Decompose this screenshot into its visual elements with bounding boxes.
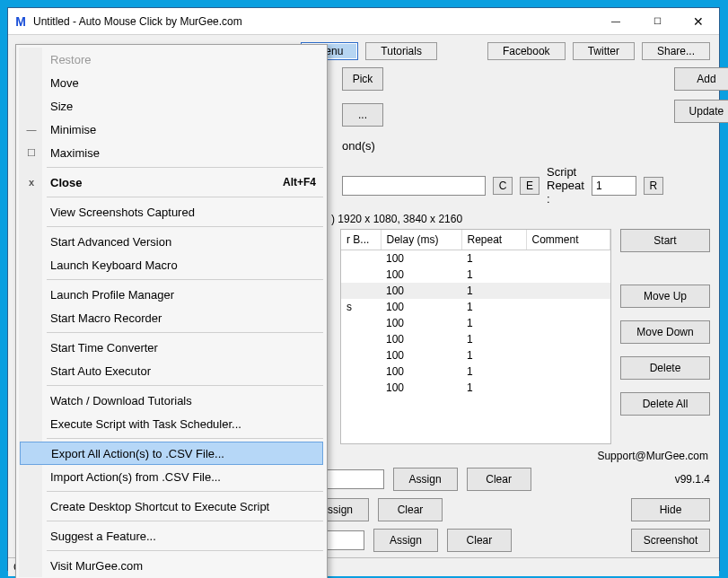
table-cell: 1 — [461, 363, 526, 380]
table-cell: 1 — [461, 283, 526, 299]
table-cell: 1 — [461, 299, 526, 315]
column-header[interactable]: Repeat — [461, 230, 526, 250]
table-cell — [341, 363, 381, 380]
table-cell: 100 — [381, 299, 461, 315]
table-cell — [341, 380, 381, 396]
menu-item[interactable]: View Screenshots Captured — [18, 200, 325, 223]
table-cell — [526, 380, 610, 396]
support-link[interactable]: Support@MurGee.com — [597, 450, 708, 462]
clear-button-2[interactable]: Clear — [378, 498, 443, 521]
move-down-button[interactable]: Move Down — [620, 320, 710, 344]
menu-item[interactable]: ☐Maximise — [18, 141, 325, 164]
titlebar[interactable]: M Untitled - Auto Mouse Click by MurGee.… — [8, 8, 719, 35]
menu-separator — [47, 550, 323, 551]
menu-item-label: Suggest a Feature... — [50, 530, 156, 543]
menu-item[interactable]: Visit MurGee.com — [18, 554, 325, 577]
tab-facebook[interactable]: Facebook — [487, 42, 566, 60]
menu-item[interactable]: Start Advanced Version — [18, 230, 325, 253]
table-row[interactable]: 1001 — [341, 380, 610, 396]
table-cell — [341, 347, 381, 363]
table-row[interactable]: 1001 — [341, 331, 610, 347]
table-row[interactable]: 1001 — [341, 363, 610, 380]
menu-item[interactable]: Start Time Converter — [18, 336, 325, 359]
pick-button[interactable]: Pick — [342, 67, 383, 91]
menu-item[interactable]: Start Auto Executor — [18, 359, 325, 382]
menu-item-label: Start Advanced Version — [50, 235, 171, 249]
r-button[interactable]: R — [644, 177, 663, 195]
table-cell — [526, 331, 610, 347]
menu-item-label: Restore — [50, 53, 92, 66]
update-button[interactable]: Update — [674, 100, 728, 123]
system-context-menu[interactable]: RestoreMoveSize—Minimise☐MaximisexCloseA… — [15, 44, 328, 578]
table-cell — [526, 299, 610, 315]
table-cell — [526, 267, 610, 283]
script-repeat-input[interactable] — [592, 176, 636, 196]
table-cell: 100 — [381, 267, 461, 283]
assign-button-1[interactable]: Assign — [393, 468, 458, 491]
menu-item[interactable]: Watch / Download Tutorials — [18, 389, 325, 412]
menu-separator — [47, 332, 323, 333]
menu-item[interactable]: Launch Keyboard Macro — [18, 253, 325, 276]
menu-item-hotkey: Alt+F4 — [283, 176, 316, 188]
hide-button[interactable]: Hide — [631, 498, 710, 521]
table-row[interactable]: 1001 — [341, 315, 610, 331]
menu-item[interactable]: Import Action(s) from .CSV File... — [18, 465, 325, 488]
delete-button[interactable]: Delete — [620, 356, 710, 380]
close-button[interactable]: ✕ — [678, 8, 719, 35]
start-button[interactable]: Start — [620, 229, 710, 252]
menu-separator — [47, 521, 323, 521]
menu-item-label: Start Macro Recorder — [50, 311, 162, 325]
table-cell: 1 — [461, 250, 526, 267]
c-button[interactable]: C — [493, 177, 513, 195]
window-controls: — ☐ ✕ — [595, 8, 719, 35]
maximize-button[interactable]: ☐ — [636, 8, 678, 35]
table-cell — [341, 283, 381, 299]
menu-item[interactable]: Suggest a Feature... — [18, 524, 325, 547]
column-header[interactable]: r B... — [341, 230, 381, 250]
ellipsis-button[interactable]: ... — [342, 103, 383, 127]
clear-button-3[interactable]: Clear — [447, 529, 512, 552]
menu-item-label: Watch / Download Tutorials — [50, 394, 192, 407]
table-row[interactable]: s1001 — [341, 299, 610, 315]
add-button[interactable]: Add — [674, 67, 728, 91]
actions-table[interactable]: r B...Delay (ms)RepeatComment 1001100110… — [340, 229, 611, 444]
script-input[interactable] — [342, 176, 486, 196]
move-up-button[interactable]: Move Up — [620, 285, 710, 308]
tab-share[interactable]: Share... — [642, 42, 710, 60]
screenshot-button[interactable]: Screenshot — [631, 529, 710, 552]
menu-item[interactable]: —Minimise — [18, 118, 325, 141]
table-cell — [341, 331, 381, 347]
clear-button-1[interactable]: Clear — [467, 468, 531, 491]
table-row[interactable]: 1001 — [341, 283, 610, 299]
menu-separator — [47, 438, 323, 439]
minimize-button[interactable]: — — [595, 8, 636, 35]
menu-item[interactable]: xCloseAlt+F4 — [18, 171, 325, 194]
menu-item-label: Move — [50, 76, 79, 90]
script-repeat-label: Script Repeat : — [547, 165, 584, 206]
menu-item[interactable]: Execute Script with Task Scheduler... — [18, 412, 325, 435]
e-button[interactable]: E — [520, 177, 539, 195]
menu-item-icon: x — [23, 177, 39, 188]
menu-item-label: Export All Action(s) to .CSV File... — [51, 447, 224, 460]
tab-tutorials[interactable]: Tutorials — [365, 42, 437, 60]
menu-separator — [47, 197, 323, 197]
menu-item[interactable]: Size — [18, 94, 325, 118]
tab-twitter[interactable]: Twitter — [573, 42, 635, 60]
window-title: Untitled - Auto Mouse Click by MurGee.co… — [33, 15, 595, 28]
column-header[interactable]: Delay (ms) — [381, 230, 461, 250]
menu-item[interactable]: Create Desktop Shortcut to Execute Scrip… — [18, 495, 325, 518]
menu-item[interactable]: Launch Profile Manager — [18, 283, 325, 306]
menu-item[interactable]: Start Macro Recorder — [18, 306, 325, 329]
resolution-label: ) 1920 x 1080, 3840 x 2160 — [331, 213, 710, 225]
table-row[interactable]: 1001 — [341, 250, 610, 267]
table-row[interactable]: 1001 — [341, 267, 610, 283]
table-row[interactable]: 1001 — [341, 347, 610, 363]
menu-item[interactable]: Export All Action(s) to .CSV File... — [20, 442, 323, 465]
table-cell: 1 — [461, 380, 526, 396]
assign-button-3[interactable]: Assign — [373, 529, 438, 552]
column-header[interactable]: Comment — [526, 230, 610, 250]
delete-all-button[interactable]: Delete All — [620, 392, 710, 416]
menu-item-label: View Screenshots Captured — [50, 206, 195, 219]
app-icon: M — [13, 14, 28, 29]
menu-item[interactable]: Move — [18, 71, 325, 94]
